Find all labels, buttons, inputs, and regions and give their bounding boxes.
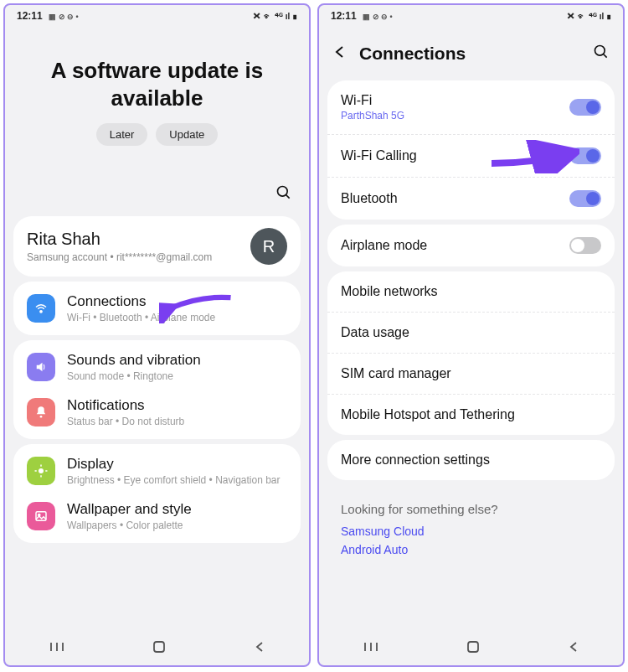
back-icon[interactable] (332, 44, 347, 63)
wifi-icon (27, 294, 55, 323)
footer-section: Looking for something else? Samsung Clou… (327, 488, 615, 575)
item-title: Mobile networks (341, 284, 438, 299)
row-subtitle: Brightness • Eye comfort shield • Naviga… (67, 474, 281, 486)
profile-name: Rita Shah (27, 230, 212, 249)
row-title: Wallpaper and style (67, 501, 192, 518)
row-subtitle: Sound mode • Ringtone (67, 370, 201, 382)
item-title: SIM card manager (341, 366, 451, 381)
svg-line-1 (286, 195, 290, 199)
sim-manager-row[interactable]: SIM card manager (327, 353, 615, 394)
item-title: Mobile Hotspot and Tethering (341, 407, 515, 422)
bell-icon (27, 398, 55, 426)
svg-point-4 (39, 468, 44, 473)
status-time: 12:11 (331, 10, 357, 22)
banner-line1: A software update is (51, 58, 263, 83)
item-subtitle: ParthShah 5G (341, 110, 404, 121)
item-title: More connection settings (341, 452, 490, 468)
item-title: Data usage (341, 325, 409, 340)
footer-heading: Looking for something else? (341, 502, 601, 516)
display-wallpaper-card: Display Brightness • Eye comfort shield … (13, 444, 301, 543)
row-title: Sounds and vibration (67, 352, 201, 369)
row-title: Connections (67, 293, 215, 310)
back-button[interactable] (254, 641, 265, 656)
avatar: R (250, 228, 287, 265)
later-button[interactable]: Later (96, 123, 148, 146)
wallpaper-row[interactable]: Wallpaper and style Wallpapers • Color p… (27, 501, 287, 531)
svg-rect-14 (154, 642, 164, 652)
connections-screen: 12:11 ▦ ⊘ ⊖ • ✕ ᯤ ⁴ᴳ ıl ∎ Connections Wi… (317, 3, 625, 667)
item-title: Wi-Fi (341, 93, 404, 108)
home-button[interactable] (152, 639, 167, 658)
wifi-calling-toggle[interactable] (569, 147, 601, 164)
update-banner: A software update is available Later Upd… (5, 27, 309, 161)
svg-rect-9 (36, 512, 46, 521)
status-right-icons: ✕ ᯤ ⁴ᴳ ıl ∎ (567, 12, 611, 21)
svg-point-3 (40, 416, 43, 418)
settings-main-screen: 12:11 ▦ ⊘ ⊖ • ✕ ᯤ ⁴ᴳ ıl ∎ A software upd… (3, 3, 311, 667)
hotspot-row[interactable]: Mobile Hotspot and Tethering (327, 394, 615, 435)
svg-point-2 (40, 311, 42, 313)
sound-icon (27, 353, 55, 381)
row-subtitle: Wallpapers • Color palette (67, 520, 192, 531)
svg-rect-20 (468, 642, 478, 652)
airplane-row[interactable]: Airplane mode (327, 225, 615, 266)
item-title: Bluetooth (341, 191, 398, 206)
update-button[interactable]: Update (156, 123, 218, 146)
row-title: Notifications (67, 397, 184, 414)
wifi-toggle[interactable] (569, 99, 601, 116)
row-title: Display (67, 456, 281, 473)
wifi-calling-row[interactable]: Wi-Fi Calling (327, 134, 615, 177)
connections-row[interactable]: Connections Wi-Fi • Bluetooth • Airplane… (27, 293, 287, 323)
row-subtitle: Status bar • Do not disturb (67, 416, 184, 427)
more-settings-row[interactable]: More connection settings (327, 440, 615, 480)
nav-bar (5, 632, 309, 665)
svg-line-16 (604, 54, 607, 58)
image-icon (27, 502, 55, 530)
status-bar: 12:11 ▦ ⊘ ⊖ • ✕ ᯤ ⁴ᴳ ıl ∎ (5, 5, 309, 27)
item-title: Wi-Fi Calling (341, 148, 417, 163)
bluetooth-toggle[interactable] (569, 190, 601, 207)
brightness-icon (27, 457, 55, 485)
svg-point-15 (595, 46, 605, 56)
data-usage-row[interactable]: Data usage (327, 312, 615, 353)
status-bar: 12:11 ▦ ⊘ ⊖ • ✕ ᯤ ⁴ᴳ ıl ∎ (319, 5, 623, 27)
nav-bar (319, 632, 623, 665)
search-icon[interactable] (275, 184, 292, 204)
display-row[interactable]: Display Brightness • Eye comfort shield … (27, 456, 287, 486)
airplane-toggle[interactable] (569, 237, 601, 254)
back-button[interactable] (568, 641, 579, 656)
profile-card[interactable]: Rita Shah Samsung account • rit********@… (13, 216, 301, 277)
status-left-icons: ▦ ⊘ ⊖ • (363, 13, 393, 21)
bluetooth-row[interactable]: Bluetooth (327, 177, 615, 220)
svg-point-0 (278, 187, 288, 197)
sounds-notifications-card: Sounds and vibration Sound mode • Ringto… (13, 340, 301, 439)
connections-card: Connections Wi-Fi • Bluetooth • Airplane… (13, 282, 301, 335)
status-time: 12:11 (17, 10, 43, 22)
item-title: Airplane mode (341, 238, 427, 253)
samsung-cloud-link[interactable]: Samsung Cloud (341, 525, 601, 538)
row-subtitle: Wi-Fi • Bluetooth • Airplane mode (67, 312, 215, 323)
wifi-row[interactable]: Wi-Fi ParthShah 5G (327, 80, 615, 134)
mobile-networks-row[interactable]: Mobile networks (327, 271, 615, 312)
home-button[interactable] (466, 639, 481, 658)
notifications-row[interactable]: Notifications Status bar • Do not distur… (27, 397, 287, 427)
recents-button[interactable] (49, 641, 65, 656)
status-left-icons: ▦ ⊘ ⊖ • (49, 13, 79, 21)
profile-subtitle: Samsung account • rit********@gmail.com (27, 251, 212, 263)
page-title: Connections (359, 44, 581, 64)
banner-line2: available (111, 85, 203, 111)
sounds-row[interactable]: Sounds and vibration Sound mode • Ringto… (27, 352, 287, 382)
android-auto-link[interactable]: Android Auto (341, 543, 601, 556)
search-icon[interactable] (593, 44, 610, 64)
annotation-arrow (487, 140, 579, 173)
status-right-icons: ✕ ᯤ ⁴ᴳ ıl ∎ (253, 12, 297, 21)
recents-button[interactable] (363, 641, 379, 656)
